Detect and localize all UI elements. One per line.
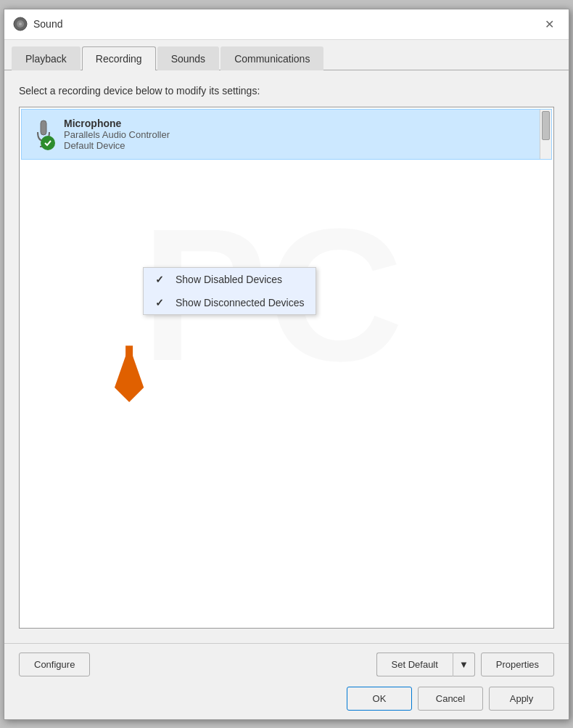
default-check-badge bbox=[41, 136, 55, 150]
check-disconnected-icon: ✓ bbox=[155, 297, 170, 308]
device-icon-area bbox=[30, 117, 57, 152]
tab-communications[interactable]: Communications bbox=[220, 46, 323, 70]
dialog-action-buttons: OK Cancel Apply bbox=[347, 687, 554, 711]
device-name: Microphone bbox=[64, 118, 543, 129]
tab-playback[interactable]: Playback bbox=[12, 46, 81, 70]
tab-recording[interactable]: Recording bbox=[82, 46, 156, 70]
arrow-indicator bbox=[94, 330, 171, 408]
context-menu: ✓ Show Disabled Devices ✓ Show Disconnec… bbox=[143, 267, 316, 315]
context-menu-item-show-disconnected[interactable]: ✓ Show Disconnected Devices bbox=[144, 291, 316, 314]
sound-icon bbox=[13, 17, 28, 31]
scrollbar-thumb[interactable] bbox=[542, 111, 550, 140]
title-bar: Sound ✕ bbox=[4, 9, 569, 40]
set-default-dropdown-button[interactable]: ▼ bbox=[453, 653, 475, 676]
show-disabled-label: Show Disabled Devices bbox=[176, 274, 282, 285]
svg-point-2 bbox=[19, 23, 22, 25]
cancel-button[interactable]: Cancel bbox=[418, 687, 483, 711]
properties-button[interactable]: Properties bbox=[481, 653, 554, 676]
device-info: Microphone Parallels Audio Controller De… bbox=[64, 118, 543, 151]
svg-rect-4 bbox=[41, 120, 46, 135]
configure-button[interactable]: Configure bbox=[19, 653, 90, 676]
show-disconnected-label: Show Disconnected Devices bbox=[176, 297, 304, 308]
device-list[interactable]: PC bbox=[19, 107, 554, 629]
ok-button[interactable]: OK bbox=[347, 687, 412, 711]
device-controller: Parallels Audio Controller bbox=[64, 129, 543, 140]
apply-button[interactable]: Apply bbox=[489, 687, 554, 711]
scrollbar[interactable] bbox=[540, 110, 551, 159]
bottom-area: Configure Set Default ▼ Properties OK Ca… bbox=[4, 643, 569, 719]
device-status: Default Device bbox=[64, 140, 543, 151]
dialog-title: Sound bbox=[33, 18, 62, 30]
set-default-button[interactable]: Set Default bbox=[376, 653, 453, 676]
instruction-text: Select a recording device below to modif… bbox=[19, 85, 554, 97]
scrollbar-track bbox=[540, 110, 551, 159]
set-default-group: Set Default ▼ bbox=[376, 653, 475, 676]
footer-buttons: OK Cancel Apply bbox=[19, 687, 554, 711]
main-content: Select a recording device below to modif… bbox=[4, 70, 569, 643]
svg-line-8 bbox=[106, 345, 152, 392]
sound-dialog: Sound ✕ Playback Recording Sounds Commun… bbox=[4, 9, 569, 720]
check-disabled-icon: ✓ bbox=[155, 274, 170, 285]
tab-sounds[interactable]: Sounds bbox=[157, 46, 219, 70]
watermark: PC bbox=[20, 107, 553, 628]
close-button[interactable]: ✕ bbox=[538, 13, 560, 35]
tab-bar: Playback Recording Sounds Communications bbox=[4, 40, 569, 70]
device-item-microphone[interactable]: Microphone Parallels Audio Controller De… bbox=[21, 109, 552, 160]
title-bar-left: Sound bbox=[13, 17, 62, 31]
context-menu-item-show-disabled[interactable]: ✓ Show Disabled Devices bbox=[144, 268, 316, 291]
device-action-buttons: Configure Set Default ▼ Properties bbox=[19, 653, 554, 676]
